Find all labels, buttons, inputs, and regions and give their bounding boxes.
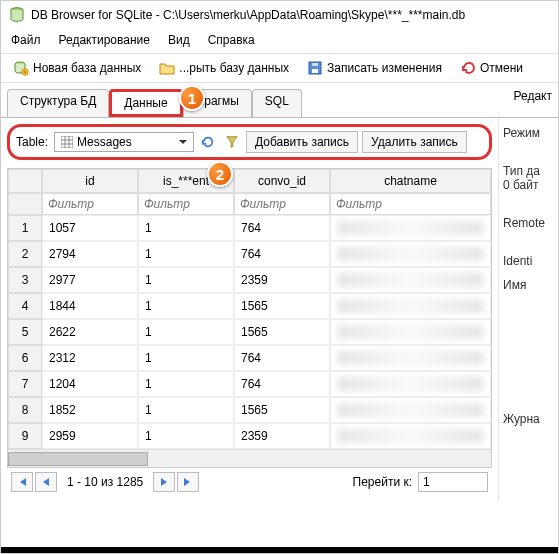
callout-2: 2 [207, 161, 233, 187]
side-name: Имя [503, 278, 554, 292]
side-mode: Режим [503, 126, 554, 140]
open-db-label: ...рыть базу данных [179, 61, 289, 75]
cell-is[interactable]: 1 [138, 293, 234, 319]
prev-page-button[interactable] [35, 472, 57, 492]
chevron-down-icon [179, 138, 187, 146]
menubar: Файл Редактирование Вид Справка [1, 29, 558, 53]
cell-id[interactable]: 2312 [42, 345, 138, 371]
row-number: 1 [8, 215, 42, 241]
cell-convo[interactable]: 1565 [234, 319, 330, 345]
svg-rect-6 [61, 136, 73, 148]
horizontal-scrollbar[interactable] [8, 449, 491, 467]
cell-chatname[interactable] [330, 293, 491, 319]
table-row[interactable]: 9295912359 [8, 423, 491, 449]
cell-id[interactable]: 1057 [42, 215, 138, 241]
tab-structure[interactable]: Структура БД [7, 89, 109, 117]
row-number: 9 [8, 423, 42, 449]
save-icon [307, 60, 323, 76]
table-selected: Messages [77, 135, 132, 149]
pager-status: 1 - 10 из 1285 [67, 475, 143, 489]
table-row[interactable]: 623121764 [8, 345, 491, 371]
cell-chatname[interactable] [330, 345, 491, 371]
right-panel-label: Редакт [514, 89, 552, 103]
menu-edit[interactable]: Редактирование [59, 33, 150, 47]
row-number: 5 [8, 319, 42, 345]
cell-id[interactable]: 2959 [42, 423, 138, 449]
scrollbar-thumb[interactable] [8, 452, 148, 466]
cell-convo[interactable]: 764 [234, 371, 330, 397]
menu-file[interactable]: Файл [11, 33, 41, 47]
bottom-border [1, 547, 558, 553]
cell-is[interactable]: 1 [138, 241, 234, 267]
cell-id[interactable]: 1844 [42, 293, 138, 319]
clear-filter-button[interactable] [222, 132, 242, 152]
write-changes-button[interactable]: Записать изменения [303, 57, 446, 79]
cell-is[interactable]: 1 [138, 319, 234, 345]
table-label: Table: [16, 135, 48, 149]
cell-convo[interactable]: 2359 [234, 267, 330, 293]
cell-id[interactable]: 1852 [42, 397, 138, 423]
filter-is[interactable] [138, 193, 234, 215]
titlebar: DB Browser for SQLite - C:\Users\merku\A… [1, 1, 558, 29]
table-row[interactable]: 3297712359 [8, 267, 491, 293]
grid-filter-row [8, 193, 491, 215]
cell-convo[interactable]: 764 [234, 241, 330, 267]
goto-label: Перейти к: [353, 475, 412, 489]
cell-id[interactable]: 2977 [42, 267, 138, 293]
filter-id[interactable] [42, 193, 138, 215]
table-row[interactable]: 227941764 [8, 241, 491, 267]
cell-is[interactable]: 1 [138, 423, 234, 449]
table-row[interactable]: 4184411565 [8, 293, 491, 319]
revert-button[interactable]: Отмени [456, 57, 527, 79]
svg-rect-5 [312, 63, 318, 66]
cell-convo[interactable]: 764 [234, 345, 330, 371]
cell-chatname[interactable] [330, 371, 491, 397]
cell-is[interactable]: 1 [138, 215, 234, 241]
cell-convo[interactable]: 2359 [234, 423, 330, 449]
next-page-button[interactable] [153, 472, 175, 492]
first-page-button[interactable] [11, 472, 33, 492]
tab-sql[interactable]: SQL [252, 89, 302, 117]
table-row[interactable]: 110571764 [8, 215, 491, 241]
cell-chatname[interactable] [330, 319, 491, 345]
last-page-button[interactable] [177, 472, 199, 492]
row-number: 2 [8, 241, 42, 267]
menu-view[interactable]: Вид [168, 33, 190, 47]
col-chatname[interactable]: chatname [330, 169, 491, 193]
cell-id[interactable]: 2622 [42, 319, 138, 345]
side-datatype: Тип да [503, 164, 554, 178]
cell-chatname[interactable] [330, 241, 491, 267]
menu-help[interactable]: Справка [208, 33, 255, 47]
tabs: Структура БД Данные Прагмы SQL Редакт [1, 85, 558, 118]
new-database-button[interactable]: Новая база данных [9, 57, 145, 79]
refresh-button[interactable] [198, 132, 218, 152]
cell-is[interactable]: 1 [138, 345, 234, 371]
tab-data[interactable]: Данные [109, 89, 182, 117]
cell-is[interactable]: 1 [138, 267, 234, 293]
open-database-button[interactable]: ...рыть базу данных [155, 57, 293, 79]
table-row[interactable]: 5262211565 [8, 319, 491, 345]
cell-chatname[interactable] [330, 397, 491, 423]
cell-id[interactable]: 2794 [42, 241, 138, 267]
cell-is[interactable]: 1 [138, 397, 234, 423]
side-panel: Режим Тип да 0 байт Remote Identi Имя Жу… [498, 118, 558, 502]
cell-convo[interactable]: 1565 [234, 293, 330, 319]
cell-chatname[interactable] [330, 423, 491, 449]
filter-chatname[interactable] [330, 193, 491, 215]
filter-convo[interactable] [234, 193, 330, 215]
cell-chatname[interactable] [330, 267, 491, 293]
table-row[interactable]: 8185211565 [8, 397, 491, 423]
cell-chatname[interactable] [330, 215, 491, 241]
cell-id[interactable]: 1204 [42, 371, 138, 397]
row-number: 7 [8, 371, 42, 397]
cell-convo[interactable]: 764 [234, 215, 330, 241]
add-record-button[interactable]: Добавить запись [246, 131, 358, 153]
table-row[interactable]: 712041764 [8, 371, 491, 397]
delete-record-button[interactable]: Удалить запись [362, 131, 467, 153]
col-id[interactable]: id [42, 169, 138, 193]
table-select[interactable]: Messages [54, 132, 194, 152]
col-convo[interactable]: convo_id [234, 169, 330, 193]
cell-convo[interactable]: 1565 [234, 397, 330, 423]
goto-input[interactable] [418, 472, 488, 492]
cell-is[interactable]: 1 [138, 371, 234, 397]
